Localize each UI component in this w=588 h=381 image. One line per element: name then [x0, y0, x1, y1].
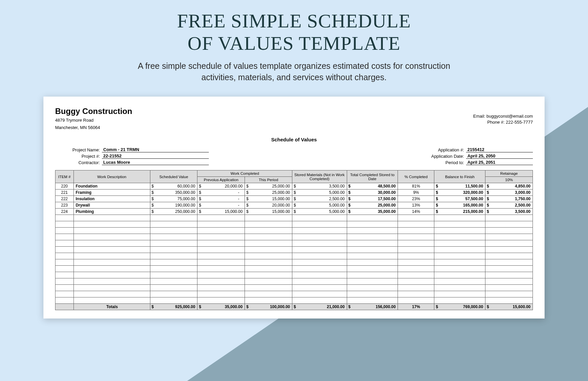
- cell-empty: [434, 266, 485, 272]
- cell-empty: [245, 221, 292, 228]
- cell-empty: [485, 228, 533, 234]
- table-row: 221Framing$350,000.00$- $25,000.00$5,000…: [55, 189, 533, 196]
- cell-empty: [485, 259, 533, 266]
- money-cell: $15,000.00: [245, 196, 292, 202]
- company-address-2: Manchester, MN 56064: [55, 125, 132, 131]
- cell-empty: [197, 234, 245, 240]
- cell-empty: [245, 285, 292, 291]
- money-cell: $25,000.00: [245, 183, 292, 189]
- money-cell: $20,000.00: [245, 202, 292, 209]
- money-cell: $-: [197, 196, 245, 202]
- col-prev: Prevoius Application: [197, 177, 245, 183]
- col-bal: Balance to Finish: [434, 170, 485, 183]
- cell-empty: [485, 285, 533, 291]
- cell-empty: [485, 266, 533, 272]
- money-cell: $3,000.00: [485, 189, 533, 196]
- app-date-value: April 25, 2050: [466, 153, 533, 159]
- cell-empty: [74, 234, 150, 240]
- meta-app-date: Application Date: April 25, 2050: [419, 153, 533, 159]
- cell-empty: [55, 259, 74, 266]
- period-value: April 25, 2051: [466, 160, 533, 165]
- money-cell: $100,000.00: [245, 304, 292, 310]
- cell-empty: [292, 278, 347, 285]
- cell-empty: [434, 215, 485, 221]
- cell-empty: [197, 247, 245, 253]
- money-cell: $1,750.00: [485, 196, 533, 202]
- cell-empty: [434, 272, 485, 278]
- cell-empty: [197, 297, 245, 304]
- money-cell: $-: [197, 189, 245, 196]
- cell-empty: [245, 266, 292, 272]
- table-row: 220Foundation$60,000.00$20,000.00$25,000…: [55, 183, 533, 189]
- cell-empty: [485, 297, 533, 304]
- cell-empty: [347, 278, 398, 285]
- hero-section: FREE SIMPLE SCHEDULE OF VALUES TEMPLATE …: [0, 0, 588, 83]
- cell-empty: [292, 247, 347, 253]
- subtitle-line-2: activities, materials, and services with…: [201, 73, 387, 82]
- cell-pct: 9%: [398, 189, 434, 196]
- totals-row: Totals$925,000.00$35,000.00$100,000.00$2…: [55, 304, 533, 310]
- cell-empty: [292, 272, 347, 278]
- cell-empty: [485, 253, 533, 259]
- company-contact: Email: buggyconst@email.com Phone #: 222…: [473, 107, 533, 131]
- cell-empty: [347, 291, 398, 297]
- cell-empty: [398, 266, 434, 272]
- cell-empty: [292, 291, 347, 297]
- col-stored: Stored Materials (Not in Work Completed): [292, 170, 347, 183]
- cell-empty: [347, 266, 398, 272]
- cell-empty: [434, 278, 485, 285]
- cell-empty: [55, 247, 74, 253]
- cell-empty: [150, 285, 197, 291]
- cell-empty: [150, 240, 197, 247]
- cell-empty: [398, 297, 434, 304]
- cell-empty: [292, 228, 347, 234]
- cell-empty: [74, 228, 150, 234]
- meta-period: Period to: April 25, 2051: [419, 160, 533, 165]
- meta-right: Application #: 2155412 Application Date:…: [419, 147, 533, 165]
- cell-empty: [245, 234, 292, 240]
- cell-empty: [74, 266, 150, 272]
- cell-empty: [292, 266, 347, 272]
- cell-empty: [197, 221, 245, 228]
- cell-empty: [347, 234, 398, 240]
- cell-empty: [434, 259, 485, 266]
- cell-empty: [74, 253, 150, 259]
- project-num-label: Project #:: [55, 154, 102, 159]
- col-item: ITEM #: [55, 170, 74, 183]
- cell-empty: [74, 297, 150, 304]
- cell-empty: [347, 259, 398, 266]
- cell-empty: [245, 240, 292, 247]
- cell-empty: [398, 215, 434, 221]
- cell-empty: [485, 278, 533, 285]
- page-title: FREE SIMPLE SCHEDULE OF VALUES TEMPLATE: [0, 10, 588, 54]
- col-total: Total Completed Stored to Date: [347, 170, 398, 183]
- money-cell: $60,000.00: [150, 183, 197, 189]
- cell-empty: [197, 266, 245, 272]
- money-cell: $15,000.00: [197, 209, 245, 215]
- cell-empty: [292, 234, 347, 240]
- col-ret-top: Retainage: [485, 170, 533, 177]
- cell-empty: [150, 278, 197, 285]
- cell-empty: [55, 297, 74, 304]
- table-row-empty: [55, 291, 533, 297]
- cell-empty: [150, 291, 197, 297]
- cell-empty: [485, 240, 533, 247]
- cell-empty: [398, 234, 434, 240]
- table-body: 220Foundation$60,000.00$20,000.00$25,000…: [55, 183, 533, 310]
- cell-empty: [150, 297, 197, 304]
- cell-empty: [150, 266, 197, 272]
- cell-empty: [197, 253, 245, 259]
- cell-empty: [434, 240, 485, 247]
- cell-empty: [245, 215, 292, 221]
- cell-empty: [150, 228, 197, 234]
- meta-project-name: Project Name: Comm - 21 TRMN: [55, 147, 209, 152]
- cell-empty: [55, 215, 74, 221]
- cell-empty: [55, 228, 74, 234]
- money-cell: $11,500.00: [434, 183, 485, 189]
- col-desc: Work Description: [74, 170, 150, 183]
- table-row-empty: [55, 266, 533, 272]
- money-cell: $15,600.00: [485, 304, 533, 310]
- cell-item: 224: [55, 209, 74, 215]
- money-cell: $5,000.00: [292, 202, 347, 209]
- cell-pct: 23%: [398, 196, 434, 202]
